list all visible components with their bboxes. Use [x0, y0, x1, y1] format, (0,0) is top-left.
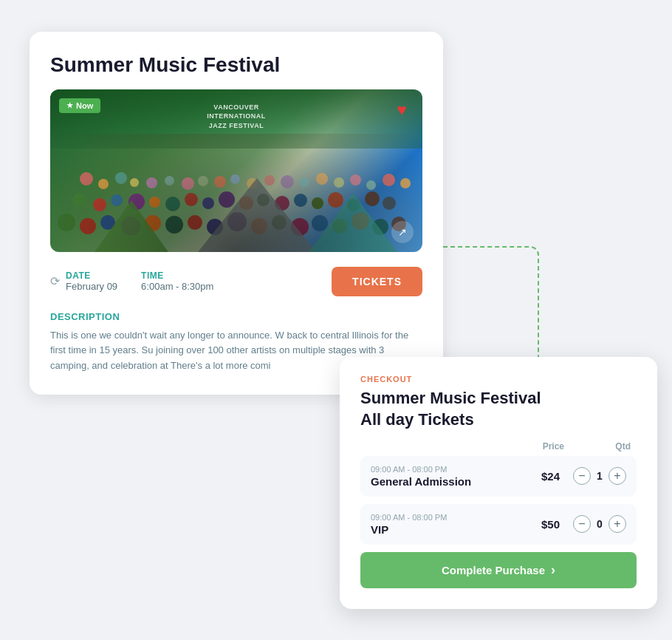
event-image: VANCOUVERINTERNATIONALJAZZ FESTIVAL — [50, 89, 422, 252]
favorite-button[interactable]: ♥ — [390, 98, 414, 122]
qty-control-general: − 1 + — [560, 467, 626, 485]
ticket-info-general: 09:00 AM - 08:00 PM General Admission — [371, 465, 508, 488]
checkout-event-sub: All day Tickets — [360, 410, 637, 429]
tickets-button[interactable]: TICKETS — [332, 267, 422, 296]
ticket-time-vip: 09:00 AM - 08:00 PM — [371, 513, 508, 522]
checkout-card: CHECKOUT Summer Music Festival All day T… — [340, 357, 657, 609]
calendar-icon: ⟳ — [50, 274, 60, 288]
ticket-row-vip: 09:00 AM - 08:00 PM VIP $50 − 0 + — [360, 504, 637, 545]
qty-decrease-general[interactable]: − — [573, 467, 591, 485]
chevron-right-icon: › — [551, 562, 555, 578]
share-button[interactable]: ↗ — [391, 221, 414, 243]
checkout-event-name: Summer Music Festival — [360, 388, 637, 409]
date-value: February 09 — [66, 281, 117, 292]
qty-value-general: 1 — [595, 470, 604, 482]
time-meta: TIME 6:00am - 8:30pm — [141, 270, 213, 292]
ticket-row-general: 09:00 AM - 08:00 PM General Admission $2… — [360, 456, 637, 497]
qty-increase-general[interactable]: + — [608, 467, 626, 485]
description-label: DESCRIPTION — [50, 311, 422, 322]
ticket-info-vip: 09:00 AM - 08:00 PM VIP — [371, 513, 508, 536]
complete-purchase-button[interactable]: Complete Purchase › — [360, 552, 637, 588]
ticket-price-general: $24 — [508, 470, 560, 483]
ticket-time-general: 09:00 AM - 08:00 PM — [371, 465, 508, 474]
qty-col-header: Qtd — [564, 441, 631, 452]
checkout-label: CHECKOUT — [360, 375, 637, 384]
qty-control-vip: − 0 + — [560, 515, 626, 533]
date-meta: ⟳ DATE February 09 — [50, 270, 117, 292]
star-icon: ★ — [66, 101, 73, 109]
share-icon: ↗ — [398, 226, 407, 238]
complete-purchase-label: Complete Purchase — [442, 564, 545, 576]
event-title: Summer Music Festival — [50, 52, 422, 78]
event-meta: ⟳ DATE February 09 TIME 6:00am - 8:30pm … — [50, 267, 422, 296]
heart-icon: ♥ — [397, 101, 406, 120]
date-label: DATE — [66, 270, 117, 281]
page-scene: Summer Music Festival VANCOUVERINTERNATI… — [30, 32, 642, 608]
time-label: TIME — [141, 270, 213, 281]
now-label: Now — [76, 101, 93, 110]
price-col-header: Price — [512, 441, 564, 452]
qty-increase-vip[interactable]: + — [608, 515, 626, 533]
ticket-table-header: Price Qtd — [360, 441, 637, 456]
ticket-name-general: General Admission — [371, 475, 508, 488]
time-value: 6:00am - 8:30pm — [141, 281, 213, 292]
ticket-price-vip: $50 — [508, 518, 560, 531]
ticket-name-vip: VIP — [371, 523, 508, 536]
event-card: Summer Music Festival VANCOUVERINTERNATI… — [30, 32, 443, 395]
qty-value-vip: 0 — [595, 518, 604, 530]
qty-decrease-vip[interactable]: − — [573, 515, 591, 533]
event-image-wrap: VANCOUVERINTERNATIONALJAZZ FESTIVAL — [50, 89, 422, 252]
festival-text: VANCOUVERINTERNATIONALJAZZ FESTIVAL — [207, 103, 265, 131]
now-badge: ★ Now — [59, 98, 100, 113]
